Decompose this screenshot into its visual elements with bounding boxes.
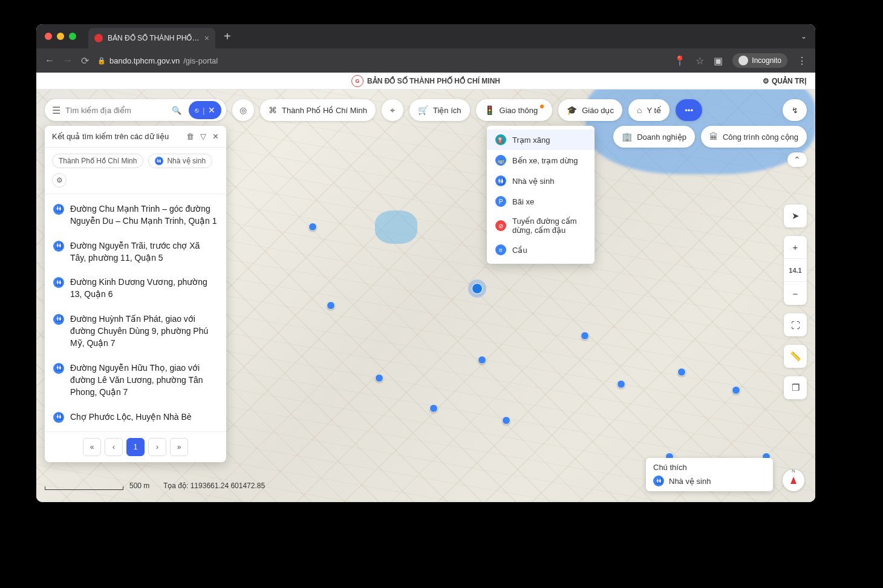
compass-button[interactable] [783,469,804,491]
dropdown-item[interactable]: ≡ Cầu [487,240,595,260]
region-chip[interactable]: Thành Phố Hồ Chí Minh [52,154,143,168]
result-item[interactable]: 🚻Đường Kinh Dương Vương, phường 13, Quận… [45,270,226,307]
zoom-level: 14.1 [784,259,807,282]
page-prev[interactable]: ‹ [105,438,123,456]
result-item[interactable]: 🚻Đường Chu Mạnh Trinh – góc đường Nguyễn… [45,197,226,234]
active-filter-chip[interactable]: ⎋ | ✕ [189,101,221,119]
cart-icon: 🛒 [418,105,428,115]
page-next[interactable]: › [148,438,166,456]
results-panel: Kết quả tìm kiếm trên các dữ liệu 🗑 ▽ ✕ … [45,126,226,462]
category-traffic[interactable]: 🚦 Giao thông [476,99,553,121]
map-marker[interactable] [327,301,335,310]
locate-region-button[interactable]: ⌖ [382,99,403,121]
result-item-label: Đường Huỳnh Tấn Phát, giao với đường Chu… [70,313,218,350]
scale-bar: 500 m [45,482,149,490]
page-first[interactable]: « [83,438,101,456]
no-parking-icon: ⊘ [495,220,506,231]
bookmark-star-icon[interactable]: ☆ [696,55,704,67]
restroom-icon: 🚻 [53,277,64,288]
dropdown-item[interactable]: 🚻 Nhà vệ sinh [487,171,595,191]
current-location-marker[interactable] [472,283,483,294]
menu-icon[interactable]: ☰ [52,105,60,116]
layers-button[interactable]: ◎ [232,99,254,121]
basemap-button[interactable]: ❐ [784,376,807,399]
lock-icon: 🔒 [97,57,106,65]
page-last[interactable]: » [170,438,188,456]
window-min[interactable] [57,33,64,40]
map-marker[interactable] [581,332,589,340]
clear-filter-icon[interactable]: ✕ [208,105,215,115]
notification-dot [540,105,544,108]
site-header: G BẢN ĐỒ SỐ THÀNH PHỐ HỒ CHÍ MINH ⚙ QUẢN… [36,73,815,90]
map-marker[interactable] [732,386,740,394]
search-input[interactable] [65,106,167,115]
browser-titlebar: BẢN ĐỒ SỐ THÀNH PHỐ HỒ C × + ⌄ [36,24,815,48]
map-marker[interactable] [677,368,686,376]
region-selector[interactable]: ⌘ Thành Phố Hồ Chí Minh [260,99,376,121]
search-icon[interactable]: 🔍 [172,106,181,115]
category-public-works[interactable]: 🏛 Công trình công cộng [701,126,807,148]
results-settings-button[interactable]: ⚙ [52,173,67,188]
pagination: « ‹ 1 › » [45,431,226,462]
filter-off-icon[interactable]: ▽ [200,132,206,141]
restroom-icon: 🚻 [653,475,664,486]
map-marker[interactable] [617,380,625,388]
incognito-icon [738,56,748,65]
restroom-icon: 🚻 [53,412,64,423]
legend-box: Chú thích 🚻 Nhà vệ sinh [646,458,773,491]
measure-button[interactable]: 📏 [784,345,807,368]
category-health[interactable]: ⌂ Y tế [628,99,670,121]
zoom-in-button[interactable]: + [784,236,807,259]
route-icon: ↯ [792,106,798,115]
tabs-menu-icon[interactable]: ⌄ [801,32,807,41]
incognito-badge[interactable]: Incognito [732,53,787,68]
panel-icon[interactable]: ▣ [714,55,723,67]
category-business[interactable]: 🏢 Doanh nghiệp [613,126,695,148]
browser-menu-icon[interactable]: ⋮ [797,55,807,67]
map-marker[interactable] [478,356,486,364]
window-close[interactable] [45,33,52,40]
more-categories-button[interactable]: ••• [676,99,702,121]
url-display[interactable]: 🔒 bando.tphcm.gov.vn/gis-portal [97,56,218,65]
admin-link[interactable]: ⚙ QUẢN TRỊ [763,77,807,85]
map-marker[interactable] [429,404,438,413]
location-pin-icon[interactable]: 📍 [674,55,686,67]
result-item[interactable]: 🚻Đường Nguyễn Trãi, trước chợ Xã Tây, ph… [45,234,226,270]
tab-favicon [94,34,103,42]
result-item-label: Đường Nguyễn Hữu Thọ, giao với đường Lê … [70,362,218,399]
dropdown-item[interactable]: P Bãi xe [487,191,595,212]
dropdown-item[interactable]: 🚌 Bến xe, trạm dừng [487,150,595,171]
trash-icon[interactable]: 🗑 [186,132,194,141]
result-item-label: Đường Nguyễn Trãi, trước chợ Xã Tây, phư… [70,240,218,264]
map-marker[interactable] [375,374,383,382]
fullscreen-button[interactable]: ⛶ [784,313,807,336]
graduation-icon: 🎓 [567,105,577,115]
traffic-dropdown: ⛽ Trạm xăng 🚌 Bến xe, trạm dừng 🚻 Nhà vệ… [487,126,595,264]
browser-tab[interactable]: BẢN ĐỒ SỐ THÀNH PHỐ HỒ C × [88,28,215,48]
new-tab-button[interactable]: + [224,30,231,44]
coordinates-display: Tọa độ: 1193661.24 601472.85 [163,482,265,490]
dropdown-item[interactable]: ⛽ Trạm xăng [487,129,595,150]
map-marker[interactable] [308,223,317,231]
tab-close-icon[interactable]: × [204,33,209,43]
category-education[interactable]: 🎓 Giáo dục [558,99,622,121]
window-max[interactable] [69,33,76,40]
layer-chip[interactable]: 🚻Nhà vệ sinh [148,154,212,168]
close-panel-icon[interactable]: ✕ [212,132,219,141]
nav-reload-icon[interactable]: ⟳ [81,55,89,67]
nav-back-icon[interactable]: ← [45,55,54,66]
nav-forward-icon[interactable]: → [63,55,73,66]
map-marker[interactable] [502,416,510,425]
category-utilities[interactable]: 🛒 Tiện ích [409,99,470,121]
collapse-categories-button[interactable]: ⌃ [787,152,807,167]
zoom-out-button[interactable]: − [784,282,807,305]
page-current[interactable]: 1 [126,438,145,456]
directions-button[interactable]: ↯ [783,99,807,121]
map-canvas[interactable]: ☰ 🔍 ⎋ | ✕ ◎ ⌘ Thành Phố Hồ Chí Minh ⌖ 🛒 … [36,90,815,502]
dropdown-item[interactable]: ⊘ Tuyến đường cấm dừng, cấm đậu [487,212,595,240]
locate-me-button[interactable]: ➤ [784,204,807,227]
result-item[interactable]: 🚻Chợ Phước Lộc, Huyện Nhà Bè [45,405,226,429]
result-item[interactable]: 🚻Đường Nguyễn Hữu Thọ, giao với đường Lê… [45,356,226,405]
house-icon: ⌂ [637,105,642,115]
result-item[interactable]: 🚻Đường Huỳnh Tấn Phát, giao với đường Ch… [45,307,226,356]
